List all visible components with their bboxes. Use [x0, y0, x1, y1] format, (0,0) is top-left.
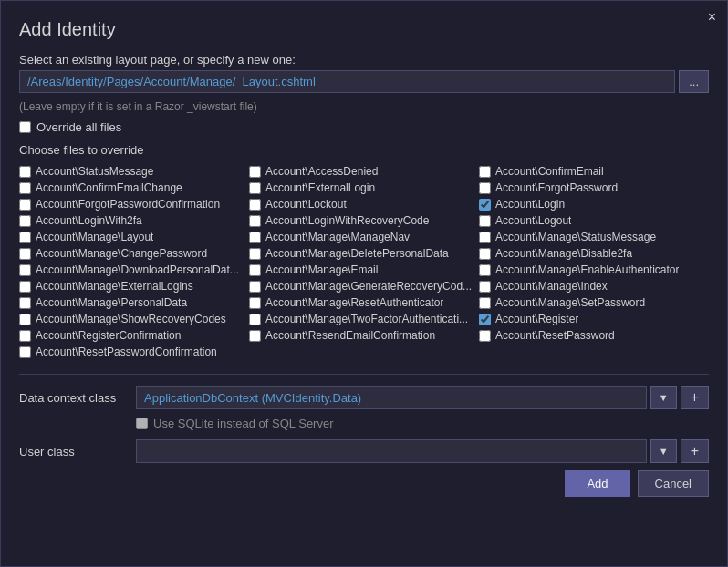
file-label[interactable]: Account\Manage\PersonalData [36, 296, 187, 309]
bottom-section: Data context class ▼ + Use SQLite instea… [19, 374, 709, 497]
file-label[interactable]: Account\Manage\Email [265, 263, 378, 276]
file-checkbox[interactable] [249, 182, 261, 194]
file-label[interactable]: Account\Manage\EnableAuthenticator [495, 263, 679, 276]
file-label[interactable]: Account\LoginWith2fa [36, 214, 142, 227]
list-item: Account\Lockout [249, 197, 479, 211]
file-label[interactable]: Account\Manage\StatusMessage [495, 231, 656, 243]
list-item: Account\Manage\TwoFactorAuthenticati... [249, 312, 479, 326]
user-class-input[interactable] [136, 439, 647, 463]
file-checkbox[interactable] [479, 330, 491, 342]
add-button[interactable]: Add [565, 470, 629, 497]
file-label[interactable]: Account\Manage\GenerateRecoveryCod... [265, 280, 472, 293]
file-checkbox[interactable] [479, 297, 491, 309]
file-label[interactable]: Account\Manage\ShowRecoveryCodes [36, 313, 226, 325]
file-label[interactable]: Account\Manage\SetPassword [495, 296, 645, 309]
file-checkbox[interactable] [249, 297, 261, 309]
file-label[interactable]: Account\LoginWithRecoveryCode [265, 214, 429, 227]
file-label[interactable]: Account\Manage\Disable2fa [495, 247, 632, 260]
layout-hint: (Leave empty if it is set in a Razor _vi… [19, 100, 709, 113]
file-checkbox[interactable] [249, 166, 261, 178]
cancel-button[interactable]: Cancel [638, 470, 709, 497]
list-item: Account\ResetPasswordConfirmation [19, 345, 249, 359]
sqlite-row: Use SQLite instead of SQL Server [19, 417, 709, 430]
file-label[interactable]: Account\ConfirmEmailChange [36, 181, 182, 194]
list-item: Account\Manage\ShowRecoveryCodes [19, 312, 249, 326]
override-all-label[interactable]: Override all files [36, 120, 121, 134]
file-label[interactable]: Account\StatusMessage [36, 165, 153, 178]
list-item: Account\LoginWith2fa [19, 213, 249, 228]
file-checkbox[interactable] [479, 264, 491, 276]
file-checkbox[interactable] [479, 182, 491, 194]
user-class-add-button[interactable]: + [681, 439, 709, 463]
file-label[interactable]: Account\AccessDenied [265, 165, 378, 178]
dialog-title: Add Identity [19, 19, 709, 40]
list-item: Account\Manage\Index [479, 279, 709, 294]
file-label[interactable]: Account\ExternalLogin [265, 181, 375, 194]
file-label[interactable]: Account\ResetPassword [495, 329, 615, 342]
file-label[interactable]: Account\Manage\DownloadPersonalDat... [36, 263, 239, 276]
file-label[interactable]: Account\Register [495, 313, 578, 325]
file-checkbox[interactable] [249, 215, 261, 227]
file-label[interactable]: Account\Logout [495, 214, 571, 227]
list-item: Account\ForgotPassword [479, 180, 709, 195]
file-label[interactable]: Account\Manage\DeletePersonalData [265, 247, 449, 260]
file-label[interactable]: Account\Login [495, 198, 565, 211]
file-checkbox[interactable] [249, 281, 261, 293]
file-checkbox[interactable] [19, 215, 31, 227]
file-checkbox[interactable] [19, 346, 31, 358]
file-checkbox[interactable] [479, 314, 491, 325]
user-class-dropdown[interactable]: ▼ [650, 439, 677, 463]
file-checkbox[interactable] [19, 314, 31, 325]
file-checkbox[interactable] [19, 297, 31, 309]
file-checkbox[interactable] [249, 248, 261, 260]
file-checkbox[interactable] [19, 182, 31, 194]
file-checkbox[interactable] [19, 248, 31, 260]
file-checkbox[interactable] [19, 330, 31, 342]
user-class-label: User class [19, 445, 129, 459]
file-label[interactable]: Account\ResetPasswordConfirmation [36, 345, 217, 358]
file-label[interactable]: Account\ResendEmailConfirmation [265, 329, 435, 342]
file-checkbox[interactable] [249, 264, 261, 276]
file-checkbox[interactable] [249, 199, 261, 211]
list-item: Account\StatusMessage [19, 164, 249, 179]
close-button[interactable]: × [708, 10, 716, 25]
file-label[interactable]: Account\ForgotPassword [495, 181, 618, 194]
list-item: Account\Manage\DownloadPersonalDat... [19, 263, 249, 277]
file-checkbox[interactable] [249, 314, 261, 325]
override-all-checkbox[interactable] [19, 121, 31, 133]
file-label[interactable]: Account\ForgotPasswordConfirmation [36, 198, 220, 211]
list-item: Account\LoginWithRecoveryCode [249, 213, 479, 228]
file-checkbox[interactable] [479, 232, 491, 243]
data-context-add-button[interactable]: + [681, 386, 709, 409]
list-item: Account\RegisterConfirmation [19, 328, 249, 343]
sqlite-checkbox[interactable] [136, 418, 148, 429]
file-checkbox[interactable] [19, 232, 31, 243]
data-context-input[interactable] [136, 386, 647, 409]
file-checkbox[interactable] [249, 330, 261, 342]
file-checkbox[interactable] [19, 281, 31, 293]
file-label[interactable]: Account\Manage\ExternalLogins [36, 280, 193, 293]
file-checkbox[interactable] [19, 264, 31, 276]
file-label[interactable]: Account\Manage\TwoFactorAuthenticati... [265, 313, 468, 325]
file-label[interactable]: Account\Manage\ResetAuthenticator [265, 296, 443, 309]
file-checkbox[interactable] [479, 248, 491, 260]
file-label[interactable]: Account\ConfirmEmail [495, 165, 604, 178]
file-label[interactable]: Account\Manage\Index [495, 280, 608, 293]
list-item: Account\Register [479, 312, 709, 326]
file-checkbox[interactable] [479, 166, 491, 178]
file-label[interactable]: Account\Manage\ChangePassword [36, 247, 207, 260]
list-item: Account\ResetPassword [479, 328, 709, 343]
data-context-dropdown[interactable]: ▼ [650, 386, 677, 409]
layout-input[interactable] [19, 70, 675, 93]
file-checkbox[interactable] [19, 166, 31, 178]
file-checkbox[interactable] [249, 232, 261, 243]
browse-button[interactable]: ... [679, 70, 709, 93]
file-label[interactable]: Account\RegisterConfirmation [36, 329, 181, 342]
file-checkbox[interactable] [479, 215, 491, 227]
file-label[interactable]: Account\Lockout [265, 198, 347, 211]
file-label[interactable]: Account\Manage\Layout [36, 231, 153, 243]
file-checkbox[interactable] [19, 199, 31, 211]
file-checkbox[interactable] [479, 199, 491, 211]
file-label[interactable]: Account\Manage\ManageNav [265, 231, 410, 243]
file-checkbox[interactable] [479, 281, 491, 293]
